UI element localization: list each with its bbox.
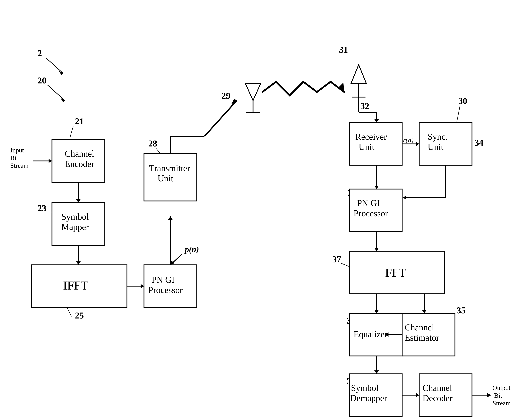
output-bit-stream-label2: Bit [494, 392, 502, 399]
ifft-text: IFFT [63, 279, 88, 292]
label-20: 20 [38, 76, 46, 85]
channel-decoder-text2: Decoder [423, 393, 453, 403]
pn-gi-rx-text1: PN GI [357, 198, 380, 208]
channel-encoder-text2: Encoder [65, 159, 94, 169]
pn-gi-text1: PN GI [152, 275, 175, 285]
pn-gi-rx-text2: Processor [354, 209, 388, 218]
label-21: 21 [75, 117, 84, 126]
channel-decoder-text1: Channel [423, 383, 452, 393]
symbol-demapper-text2: Demapper [350, 393, 387, 403]
symbol-demapper-text1: Symbol [351, 383, 379, 393]
input-bit-stream-label: Input [10, 147, 24, 154]
sync-unit-box [419, 123, 472, 165]
output-bit-stream-label3: Stream [492, 400, 511, 407]
label-30: 30 [458, 96, 467, 106]
label-29: 29 [221, 91, 230, 101]
label-31: 31 [339, 45, 348, 55]
diagram-container: 2 20 Input Bit Stream 21 Channel Encoder… [0, 0, 511, 420]
input-bit-stream-label2: Bit [10, 154, 18, 161]
receiver-unit-text1: Receiver [355, 132, 387, 142]
rn-label: r(n) [403, 136, 413, 144]
symbol-mapper-text1: Symbol [61, 212, 89, 222]
label-28: 28 [148, 139, 157, 148]
transmitter-text1: Transmitter [149, 163, 190, 173]
label-34: 34 [474, 138, 483, 148]
receiver-unit-text2: Unit [359, 142, 374, 152]
transmitter-text2: Unit [158, 173, 174, 183]
label-2: 2 [38, 48, 42, 58]
pn-gi-text2: Processor [148, 285, 183, 295]
output-bit-stream-label1: Output [492, 384, 511, 391]
channel-estimator-text1: Channel [405, 322, 434, 332]
pn-label: p(n) [184, 245, 199, 254]
input-bit-stream-label3: Stream [10, 162, 29, 169]
label-35: 35 [457, 306, 465, 315]
fft-text: FFT [385, 266, 406, 279]
sync-text2: Unit [428, 142, 443, 152]
label-23: 23 [38, 203, 46, 213]
equalizer-text: Equalizer [354, 329, 388, 339]
channel-estimator-text2: Estimator [405, 333, 439, 343]
receiver-unit-box [349, 123, 402, 165]
label-25: 25 [75, 311, 84, 320]
sync-text1: Sync. [428, 132, 448, 142]
channel-encoder-text1: Channel [65, 149, 94, 158]
label-32: 32 [360, 101, 369, 111]
label-37: 37 [332, 255, 341, 264]
symbol-mapper-text2: Mapper [61, 222, 89, 232]
